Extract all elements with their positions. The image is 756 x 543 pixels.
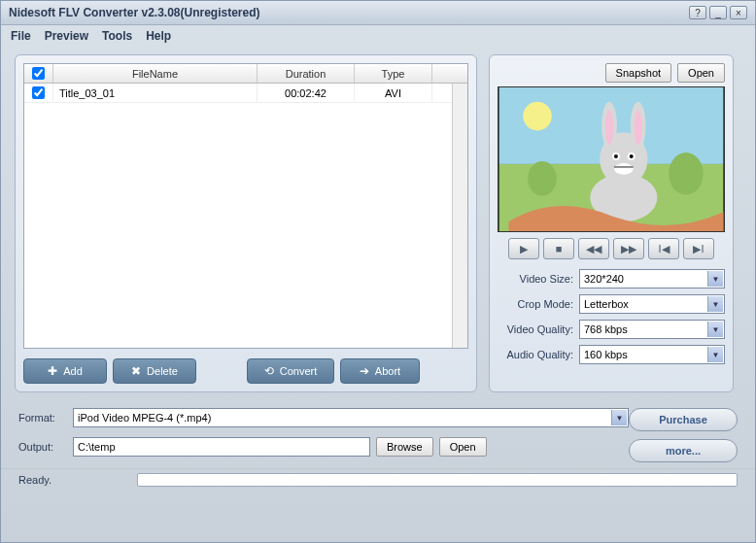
delete-button[interactable]: ✖Delete xyxy=(113,358,196,384)
chevron-down-icon: ▼ xyxy=(707,347,723,362)
svg-point-13 xyxy=(614,163,634,175)
output-path-value: C:\temp xyxy=(78,441,116,453)
select-all-checkbox[interactable] xyxy=(32,67,45,80)
skip-forward-icon: ▶I xyxy=(693,243,704,255)
header-check[interactable] xyxy=(24,64,53,83)
output-label: Output: xyxy=(18,441,73,453)
preview-image xyxy=(498,87,724,231)
chevron-down-icon: ▼ xyxy=(707,322,723,337)
video-quality-select[interactable]: 768 kbps▼ xyxy=(579,320,725,339)
play-icon: ▶ xyxy=(520,243,528,255)
forward-button[interactable]: ▶▶ xyxy=(613,238,644,259)
menu-help[interactable]: Help xyxy=(146,29,171,43)
video-quality-label: Video Quality: xyxy=(498,323,579,335)
next-button[interactable]: ▶I xyxy=(683,238,714,259)
header-duration[interactable]: Duration xyxy=(258,64,355,83)
arrow-right-icon: ➔ xyxy=(360,364,369,378)
menu-tools[interactable]: Tools xyxy=(102,29,132,43)
abort-label: Abort xyxy=(375,365,400,377)
row-duration: 00:02:42 xyxy=(258,84,355,102)
row-type: AVI xyxy=(355,84,432,102)
more-button[interactable]: more... xyxy=(629,439,738,462)
window-title: Nidesoft FLV Converter v2.3.08(Unregiste… xyxy=(9,6,689,19)
status-bar: Ready. xyxy=(1,468,755,490)
row-checkbox-cell xyxy=(24,84,53,102)
menu-file[interactable]: File xyxy=(11,29,31,43)
app-window: Nidesoft FLV Converter v2.3.08(Unregiste… xyxy=(0,0,756,543)
file-table: FileName Duration Type Title_03_01 00:02… xyxy=(23,63,468,349)
svg-point-7 xyxy=(605,111,613,146)
svg-point-2 xyxy=(523,102,552,131)
output-path-input[interactable]: C:\temp xyxy=(73,437,370,457)
purchase-button[interactable]: Purchase xyxy=(629,408,738,431)
progress-bar xyxy=(137,473,738,487)
menu-preview[interactable]: Preview xyxy=(45,29,88,43)
rewind-icon: ◀◀ xyxy=(586,243,601,255)
file-list-panel: FileName Duration Type Title_03_01 00:02… xyxy=(15,54,477,392)
convert-label: Convert xyxy=(280,365,318,377)
close-button[interactable]: × xyxy=(730,6,747,19)
svg-point-11 xyxy=(614,154,618,158)
browse-button[interactable]: Browse xyxy=(376,437,433,457)
svg-rect-14 xyxy=(614,166,634,168)
open-preview-button[interactable]: Open xyxy=(677,63,725,83)
plus-icon: ✚ xyxy=(48,364,57,378)
menu-bar: File Preview Tools Help xyxy=(1,25,755,47)
status-text: Ready. xyxy=(18,474,125,486)
table-row[interactable]: Title_03_01 00:02:42 AVI xyxy=(24,84,467,103)
prev-button[interactable]: I◀ xyxy=(648,238,679,259)
chevron-down-icon: ▼ xyxy=(707,271,723,287)
skip-back-icon: I◀ xyxy=(658,243,669,255)
vertical-scrollbar[interactable] xyxy=(452,84,467,348)
add-button[interactable]: ✚Add xyxy=(23,358,107,384)
format-value: iPod Video MPEG-4 (*.mp4) xyxy=(78,412,211,424)
table-header-row: FileName Duration Type xyxy=(24,64,467,84)
forward-icon: ▶▶ xyxy=(621,243,636,255)
format-label: Format: xyxy=(18,412,73,424)
header-type[interactable]: Type xyxy=(355,64,432,83)
play-button[interactable]: ▶ xyxy=(508,238,539,259)
chevron-down-icon: ▼ xyxy=(707,296,723,312)
header-filename[interactable]: FileName xyxy=(53,64,258,83)
video-size-select[interactable]: 320*240▼ xyxy=(579,269,725,288)
snapshot-button[interactable]: Snapshot xyxy=(605,63,671,83)
x-icon: ✖ xyxy=(131,364,141,378)
help-button[interactable]: ? xyxy=(689,6,706,19)
svg-point-12 xyxy=(630,154,634,158)
convert-button[interactable]: ⟲Convert xyxy=(247,358,334,384)
rewind-button[interactable]: ◀◀ xyxy=(578,238,609,259)
crop-mode-value: Letterbox xyxy=(584,298,629,310)
stop-icon: ■ xyxy=(556,243,563,255)
delete-label: Delete xyxy=(147,365,178,377)
video-size-value: 320*240 xyxy=(584,273,624,285)
refresh-icon: ⟲ xyxy=(264,364,274,378)
audio-quality-select[interactable]: 160 kbps▼ xyxy=(579,345,725,364)
minimize-button[interactable]: _ xyxy=(709,6,727,19)
stop-button[interactable]: ■ xyxy=(543,238,574,259)
title-bar: Nidesoft FLV Converter v2.3.08(Unregiste… xyxy=(1,1,755,25)
svg-point-16 xyxy=(528,161,557,196)
add-label: Add xyxy=(63,365,83,377)
audio-quality-value: 160 kbps xyxy=(584,349,628,360)
audio-quality-label: Audio Quality: xyxy=(498,349,579,360)
abort-button[interactable]: ➔Abort xyxy=(340,358,420,384)
crop-mode-label: Crop Mode: xyxy=(498,298,579,310)
row-checkbox[interactable] xyxy=(32,86,45,99)
open-output-button[interactable]: Open xyxy=(439,437,487,457)
svg-point-15 xyxy=(669,153,704,194)
row-filename: Title_03_01 xyxy=(53,84,258,102)
video-quality-value: 768 kbps xyxy=(584,323,628,335)
svg-point-8 xyxy=(635,111,642,146)
format-select[interactable]: iPod Video MPEG-4 (*.mp4)▼ xyxy=(73,408,629,427)
video-size-label: Video Size: xyxy=(498,273,579,285)
preview-panel: Snapshot Open xyxy=(489,54,734,392)
chevron-down-icon: ▼ xyxy=(611,410,627,425)
crop-mode-select[interactable]: Letterbox▼ xyxy=(579,294,725,314)
video-preview xyxy=(498,86,725,232)
